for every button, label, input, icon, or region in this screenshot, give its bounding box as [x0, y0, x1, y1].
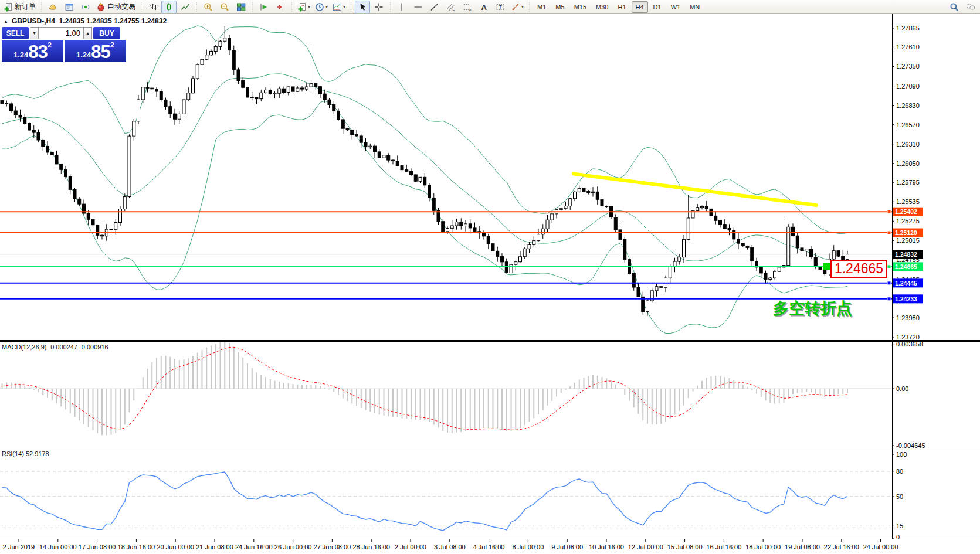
- bear-candle: [714, 216, 717, 220]
- volume-input[interactable]: [39, 27, 83, 39]
- market-depth-button[interactable]: [45, 1, 60, 13]
- bear-candle: [250, 97, 253, 98]
- dropdown-caret-icon[interactable]: ▾: [343, 4, 345, 9]
- turning-point-annotation[interactable]: 多空转折点: [773, 298, 852, 319]
- indicators-button[interactable]: ▾: [296, 1, 312, 13]
- bear-candle: [291, 87, 294, 91]
- zoom-in-icon: [204, 2, 213, 12]
- level-lines[interactable]: [0, 174, 892, 299]
- text-button[interactable]: A: [476, 1, 491, 13]
- candlestick-chart-button[interactable]: [161, 1, 177, 13]
- periods-button[interactable]: ▾: [313, 1, 330, 13]
- channel-button[interactable]: E: [443, 1, 459, 13]
- crosshair-button[interactable]: [371, 1, 386, 13]
- collapse-chart-icon[interactable]: ▲: [4, 19, 8, 24]
- auto-scroll-button[interactable]: [256, 1, 272, 13]
- time-axis[interactable]: 2 Jun 201914 Jun 00:0017 Jun 08:0018 Jun…: [3, 539, 898, 550]
- price-tick-label: 1.25535: [896, 198, 920, 205]
- dropdown-caret-icon[interactable]: ▾: [521, 4, 524, 9]
- price-tick-label: 1.26050: [896, 160, 920, 167]
- templates-button[interactable]: ▾: [331, 1, 347, 13]
- rsi-indicator-label: RSI(14) 52.9178: [2, 450, 49, 457]
- timeframe-m15-button[interactable]: M15: [570, 1, 591, 13]
- bollinger-upper: [2, 26, 848, 234]
- bear-candle: [623, 239, 626, 259]
- macd-axis[interactable]: 0.0036580.00-0.004645: [892, 341, 925, 449]
- sell-button[interactable]: SELL: [2, 27, 29, 39]
- bull-candle: [528, 244, 531, 249]
- autotrading-button[interactable]: 自动交易: [94, 1, 137, 13]
- bear-candle: [174, 114, 177, 119]
- bull-candle: [769, 278, 772, 279]
- timeframe-w1-button[interactable]: W1: [667, 1, 685, 13]
- timeframe-m1-button[interactable]: M1: [533, 1, 550, 13]
- search-button[interactable]: [947, 1, 962, 13]
- zoom-in-button[interactable]: [201, 1, 216, 13]
- bear-candle: [323, 94, 326, 100]
- bear-candle: [473, 228, 476, 232]
- timeframe-d1-button[interactable]: D1: [649, 1, 666, 13]
- time-tick-label: 27 Jun 08:00: [314, 543, 351, 550]
- terminal-window-icon: [65, 2, 74, 12]
- buy-price-button[interactable]: 1.24 85 2: [65, 40, 126, 62]
- bull-candle: [133, 121, 135, 136]
- bull-candle: [578, 188, 581, 192]
- community-button[interactable]: [62, 1, 77, 13]
- price-tick-label: 1.23980: [896, 314, 920, 321]
- timeframe-m5-button[interactable]: M5: [551, 1, 568, 13]
- bear-candle: [637, 287, 640, 297]
- level-marker[interactable]: [887, 297, 891, 301]
- rsi-tick-label: 15: [896, 522, 903, 529]
- tile-windows-button[interactable]: [233, 1, 249, 13]
- bear-candle: [810, 249, 813, 257]
- bear-candle: [314, 84, 317, 87]
- chart-shift-button[interactable]: [273, 1, 288, 13]
- price-axis[interactable]: 1.278651.276101.273501.270901.268301.265…: [887, 25, 923, 341]
- bull-candle: [296, 88, 299, 91]
- yellow-trendline[interactable]: [574, 174, 816, 205]
- cursor-button[interactable]: [355, 1, 370, 13]
- bull-candle: [182, 100, 185, 114]
- level-marker[interactable]: [887, 231, 891, 234]
- fibonacci-button[interactable]: F: [460, 1, 475, 13]
- bear-candle: [582, 188, 585, 191]
- new-order-button[interactable]: 新订单: [2, 1, 38, 13]
- price-callout-box[interactable]: 1.24665: [830, 260, 887, 278]
- svg-text:T: T: [499, 4, 502, 10]
- timeframe-h1-button[interactable]: H1: [613, 1, 630, 13]
- level-marker[interactable]: [887, 210, 891, 213]
- new-order-icon: [4, 2, 13, 12]
- volume-down-button[interactable]: ▼: [30, 27, 39, 39]
- trendline-button[interactable]: [427, 1, 442, 13]
- arrows-button[interactable]: ▾: [509, 1, 525, 13]
- buy-button[interactable]: BUY: [93, 27, 120, 39]
- text-label-button[interactable]: T: [493, 1, 508, 13]
- volume-up-button[interactable]: ▲: [83, 27, 92, 39]
- price-tick-label: 1.27090: [896, 83, 920, 90]
- timeframe-mn-button[interactable]: MN: [686, 1, 704, 13]
- time-tick-label: 19 Jul 08:00: [785, 543, 820, 550]
- bear-candle: [751, 247, 754, 261]
- rsi-axis[interactable]: 1008050150: [892, 451, 907, 541]
- toolbar-separator: [290, 2, 293, 12]
- bear-candle: [501, 256, 504, 261]
- horizontal-line-button[interactable]: [411, 1, 426, 13]
- level-marker[interactable]: [887, 265, 891, 268]
- vertical-line-button[interactable]: [394, 1, 409, 13]
- bear-candle: [619, 230, 622, 239]
- bear-candle: [401, 166, 403, 170]
- signals-button[interactable]: [78, 1, 93, 13]
- timeframe-h4-button[interactable]: H4: [632, 1, 648, 13]
- bear-candle: [32, 130, 35, 132]
- dropdown-caret-icon[interactable]: ▾: [308, 4, 310, 9]
- timeframe-m30-button[interactable]: M30: [592, 1, 612, 13]
- chat-button[interactable]: [963, 1, 978, 13]
- line-chart-button[interactable]: [178, 1, 193, 13]
- sell-price-button[interactable]: 1.24 83 2: [2, 40, 63, 62]
- bull-candle: [123, 197, 126, 209]
- level-marker[interactable]: [887, 281, 891, 285]
- svg-text:E: E: [453, 8, 455, 11]
- dropdown-caret-icon[interactable]: ▾: [325, 4, 328, 9]
- zoom-out-button[interactable]: [217, 1, 232, 13]
- bar-chart-button[interactable]: [145, 1, 160, 13]
